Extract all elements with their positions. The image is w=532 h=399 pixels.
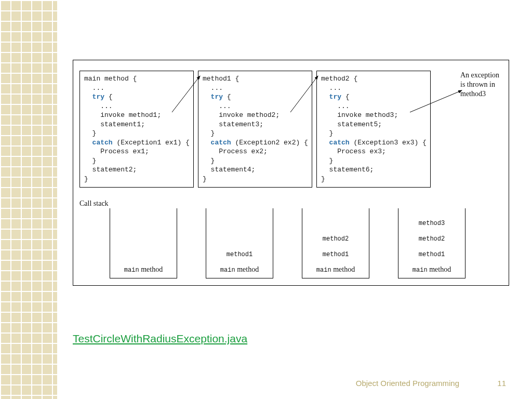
code-line: Process ex1;: [84, 148, 149, 155]
footer-page-number: 11: [497, 379, 506, 388]
code-line: invoke method2;: [203, 111, 280, 119]
stack-text: method2: [323, 235, 349, 243]
annotation-exception-thrown: An exception is thrown in method3: [460, 71, 499, 99]
stack-text: method: [235, 265, 259, 273]
stack-text: main: [124, 267, 139, 274]
call-stack-1: main method: [110, 208, 177, 278]
code-line: statement5;: [321, 121, 382, 128]
code-box-method1: method1 { ... try { ... invoke method2; …: [198, 71, 312, 188]
annotation-line: method3: [460, 89, 499, 99]
stack-text: main: [316, 267, 331, 274]
stack-cell: method2: [398, 234, 465, 243]
stack-text: method: [331, 265, 355, 273]
code-line: ...: [203, 102, 231, 110]
code-line: }: [84, 129, 96, 137]
code-frag: {: [104, 93, 113, 101]
stack-cell: method2: [302, 234, 369, 243]
call-stack-label: Call stack: [79, 200, 109, 208]
code-line: }: [321, 157, 333, 165]
code-line: ...: [84, 102, 113, 110]
code-line: }: [321, 175, 325, 183]
code-frag: (Exception2 ex2) {: [231, 139, 308, 147]
footer-title: Object Oriented Programming: [356, 379, 459, 388]
diagram-frame: main method { ... try { ... invoke metho…: [73, 60, 509, 286]
code-line: }: [203, 157, 215, 165]
code-line: invoke method3;: [321, 111, 398, 119]
stack-cell: method1: [206, 250, 273, 258]
slide-content-area: main method { ... try { ... invoke metho…: [57, 0, 532, 399]
code-frag: (Exception3 ex3) {: [350, 139, 427, 147]
stack-text: method1: [227, 251, 252, 258]
call-stack-4: method3 method2 method1 main method: [398, 208, 466, 278]
code-line: statement1;: [84, 121, 145, 128]
keyword-catch: catch: [203, 139, 231, 147]
code-line: }: [203, 129, 215, 137]
code-frag: {: [223, 93, 231, 101]
code-line: statement3;: [203, 121, 263, 128]
keyword-catch: catch: [321, 139, 350, 147]
code-line: ...: [84, 84, 104, 92]
stack-cell: main method: [110, 265, 177, 274]
stack-text: method1: [323, 251, 349, 258]
keyword-catch: catch: [84, 139, 113, 147]
code-line: }: [203, 175, 207, 183]
annotation-line: An exception: [460, 71, 499, 80]
call-stack-3: method2 method1 main method: [302, 208, 369, 278]
stack-cell: method1: [302, 250, 369, 258]
keyword-try: try: [321, 93, 341, 101]
stack-text: method: [139, 265, 163, 273]
stack-cell: method3: [398, 219, 465, 227]
code-line: Process ex3;: [321, 148, 386, 155]
code-line: method1 {: [203, 75, 239, 83]
code-line: statement4;: [203, 166, 255, 174]
stack-cell: main method: [398, 265, 465, 274]
decorative-sidebar-pattern: [0, 0, 57, 399]
stack-text: method1: [419, 251, 445, 258]
keyword-try: try: [84, 93, 104, 101]
file-link[interactable]: TestCircleWithRadiusException.java: [73, 332, 247, 345]
call-stack-2: method1 main method: [206, 208, 273, 278]
stack-cell: main method: [206, 265, 273, 274]
stack-text: method3: [419, 220, 445, 227]
stack-text: method2: [419, 235, 445, 243]
slide-page: main method { ... try { ... invoke metho…: [0, 0, 532, 399]
code-line: statement6;: [321, 166, 374, 174]
code-line: }: [84, 175, 88, 183]
code-line: method2 {: [321, 75, 357, 83]
code-frag: {: [341, 93, 350, 101]
code-line: }: [321, 129, 333, 137]
code-line: }: [84, 157, 96, 165]
stack-text: main: [220, 267, 235, 274]
code-frag: (Exception1 ex1) {: [113, 139, 190, 147]
annotation-line: is thrown in: [460, 80, 499, 89]
stack-cell: main method: [302, 265, 369, 274]
code-line: statement2;: [84, 166, 137, 174]
stack-text: main: [413, 267, 428, 274]
code-line: ...: [321, 102, 350, 110]
code-line: invoke method1;: [84, 111, 161, 119]
stack-text: method: [428, 265, 451, 273]
keyword-try: try: [203, 93, 223, 101]
code-box-main-method: main method { ... try { ... invoke metho…: [79, 71, 194, 188]
stack-cell: method1: [398, 250, 465, 258]
code-box-method2: method2 { ... try { ... invoke method3; …: [316, 71, 431, 188]
code-line: ...: [203, 84, 223, 92]
code-line: main method {: [84, 75, 137, 83]
code-line: ...: [321, 84, 341, 92]
code-line: Process ex2;: [203, 148, 268, 155]
